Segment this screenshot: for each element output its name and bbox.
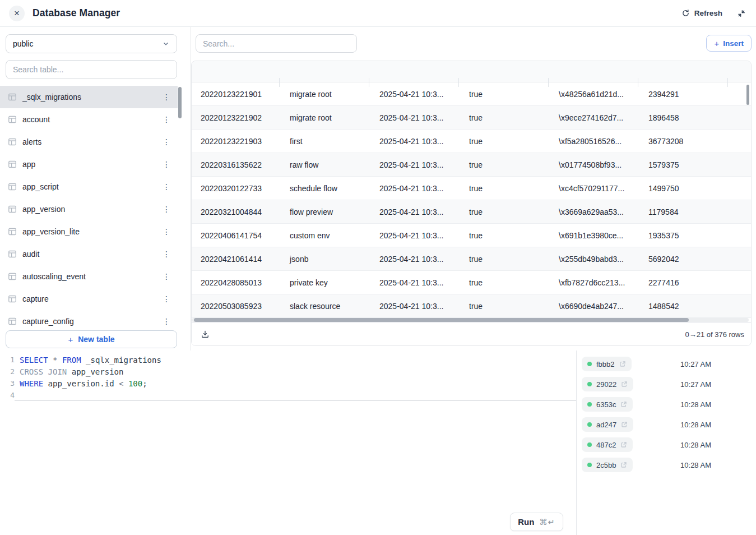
grid-row[interactable]: 20220321004844 flow preview 2025-04-21 1…	[192, 200, 751, 224]
history-query-id: 6353c	[596, 400, 616, 409]
cell-execution-time: 1179584	[638, 207, 727, 216]
history-item: 29022 10:27 AM	[577, 374, 756, 394]
exit-fullscreen-button[interactable]	[736, 8, 747, 19]
cell-success: true	[458, 184, 548, 193]
app-header: × Database Manager Refresh	[0, 0, 756, 27]
insert-button[interactable]: + Insert	[706, 35, 752, 52]
external-link-icon[interactable]	[620, 441, 627, 448]
kebab-menu-icon[interactable]: ⋮	[162, 317, 171, 326]
sidebar-table-item[interactable]: app ⋮	[0, 153, 178, 176]
sidebar-table-item[interactable]: audit ⋮	[0, 243, 178, 265]
sql-editor[interactable]: 1SELECT * FROM _sqlx_migrations2CROSS JO…	[0, 350, 576, 535]
grid-row[interactable]: 20220421061414 jsonb 2025-04-21 10:3... …	[192, 247, 751, 271]
grid-row[interactable]: 20220123221903 first 2025-04-21 10:3... …	[192, 130, 751, 153]
sidebar-table-item[interactable]: autoscaling_event ⋮	[0, 265, 178, 288]
kebab-menu-icon[interactable]: ⋮	[162, 205, 171, 214]
run-button[interactable]: Run ⌘↵	[510, 513, 563, 531]
external-link-icon[interactable]	[620, 401, 627, 408]
refresh-button[interactable]: Refresh	[681, 9, 722, 17]
kebab-menu-icon[interactable]: ⋮	[162, 294, 171, 303]
code-line: 1SELECT * FROM _sqlx_migrations	[0, 354, 576, 366]
download-button[interactable]	[200, 329, 211, 340]
cell-description: jsonb	[279, 255, 369, 264]
code-text: CROSS JOIN app_version	[15, 366, 576, 377]
close-button[interactable]: ×	[9, 6, 25, 21]
sidebar-table-item[interactable]: app_version ⋮	[0, 198, 178, 220]
external-link-icon[interactable]	[621, 421, 628, 428]
cell-success: true	[458, 90, 548, 99]
header-actions: Refresh	[681, 8, 747, 19]
cell-description: first	[279, 137, 369, 146]
external-link-icon[interactable]	[619, 361, 626, 367]
history-query-pill[interactable]: 487c2	[582, 437, 633, 452]
kebab-menu-icon[interactable]: ⋮	[162, 182, 171, 191]
history-timestamp: 10:28 AM	[680, 441, 711, 449]
sidebar-table-item[interactable]: capture ⋮	[0, 288, 178, 310]
grid-row[interactable]: 20220320122733 schedule flow 2025-04-21 …	[192, 177, 751, 200]
history-query-pill[interactable]: 6353c	[582, 397, 633, 412]
vertical-scrollbar-thumb[interactable]	[746, 85, 749, 105]
table-name: app	[22, 160, 162, 169]
history-timestamp: 10:27 AM	[680, 360, 711, 368]
grid-row[interactable]: 20220406141754 custom env 2025-04-21 10:…	[192, 224, 751, 247]
history-query-pill[interactable]: fbbb2	[582, 357, 632, 371]
history-item: ad247 10:28 AM	[577, 414, 756, 435]
external-link-icon[interactable]	[621, 381, 628, 388]
cell-description: migrate root	[279, 113, 369, 122]
schema-select[interactable]: public	[6, 34, 177, 53]
grid-row[interactable]: 20220428085013 private key 2025-04-21 10…	[192, 271, 751, 294]
sidebar-scrollbar[interactable]	[178, 87, 182, 118]
history-query-id: 487c2	[596, 441, 616, 449]
history-query-pill[interactable]: 2c5bb	[582, 458, 633, 472]
cell-success: true	[458, 137, 548, 146]
history-query-id: 29022	[596, 380, 616, 389]
table-icon	[8, 115, 17, 124]
grid-row[interactable]: 20220123221902 migrate root 2025-04-21 1…	[192, 106, 751, 130]
grid-row[interactable]: 20220316135622 raw flow 2025-04-21 10:3.…	[192, 153, 751, 177]
row-search-input[interactable]	[196, 34, 357, 53]
sidebar-table-item[interactable]: app_script ⋮	[0, 176, 178, 198]
sidebar-table-item[interactable]: _sqlx_migrations ⋮	[0, 86, 178, 108]
table-icon	[8, 160, 17, 169]
history-query-pill[interactable]: 29022	[582, 377, 633, 391]
table-icon	[8, 250, 17, 259]
grid-row[interactable]: 20220123221901 migrate root 2025-04-21 1…	[192, 82, 751, 106]
kebab-menu-icon[interactable]: ⋮	[162, 137, 171, 146]
kebab-menu-icon[interactable]: ⋮	[162, 272, 171, 281]
table-name: app_script	[22, 182, 162, 191]
kebab-menu-icon[interactable]: ⋮	[162, 160, 171, 169]
grid-row[interactable]: 20220503085923 slack resource 2025-04-21…	[192, 294, 751, 318]
kebab-menu-icon[interactable]: ⋮	[162, 227, 171, 236]
code-text: WHERE app_version.id < 100;	[15, 377, 576, 389]
cell-version: 20220421061414	[192, 255, 279, 264]
cell-execution-time: 1499750	[638, 184, 727, 193]
cell-installed-on: 2025-04-21 10:3...	[369, 207, 458, 216]
cell-description: migrate root	[279, 90, 369, 99]
cell-success: true	[458, 278, 548, 287]
cell-checksum: \x48256a61d21d...	[548, 90, 638, 99]
kebab-menu-icon[interactable]: ⋮	[162, 93, 171, 102]
history-timestamp: 10:28 AM	[680, 400, 711, 409]
table-list: _sqlx_migrations ⋮ account ⋮ alerts ⋮ ap…	[0, 86, 191, 330]
external-link-icon[interactable]	[620, 462, 627, 468]
history-query-id: 2c5bb	[596, 461, 616, 469]
grid-scroll-area: 20220123221901 migrate root 2025-04-21 1…	[192, 61, 751, 322]
sidebar-table-item[interactable]: account ⋮	[0, 108, 178, 131]
refresh-icon	[681, 9, 690, 17]
kebab-menu-icon[interactable]: ⋮	[162, 115, 171, 124]
new-table-button[interactable]: + New table	[6, 330, 177, 348]
cell-checksum: \x01774508bf93...	[548, 160, 638, 169]
table-name: audit	[22, 250, 162, 259]
sidebar-table-item[interactable]: alerts ⋮	[0, 131, 178, 153]
history-query-pill[interactable]: ad247	[582, 417, 633, 432]
table-search-input[interactable]	[6, 60, 177, 79]
sidebar-table-item[interactable]: app_version_lite ⋮	[0, 220, 178, 243]
sidebar-table-item[interactable]: capture_config ⋮	[0, 310, 178, 330]
cell-success: true	[458, 207, 548, 216]
horizontal-scrollbar-thumb[interactable]	[194, 318, 689, 322]
cell-success: true	[458, 255, 548, 264]
kebab-menu-icon[interactable]: ⋮	[162, 250, 171, 259]
cell-installed-on: 2025-04-21 10:3...	[369, 278, 458, 287]
cell-success: true	[458, 113, 548, 122]
success-dot	[587, 402, 592, 407]
